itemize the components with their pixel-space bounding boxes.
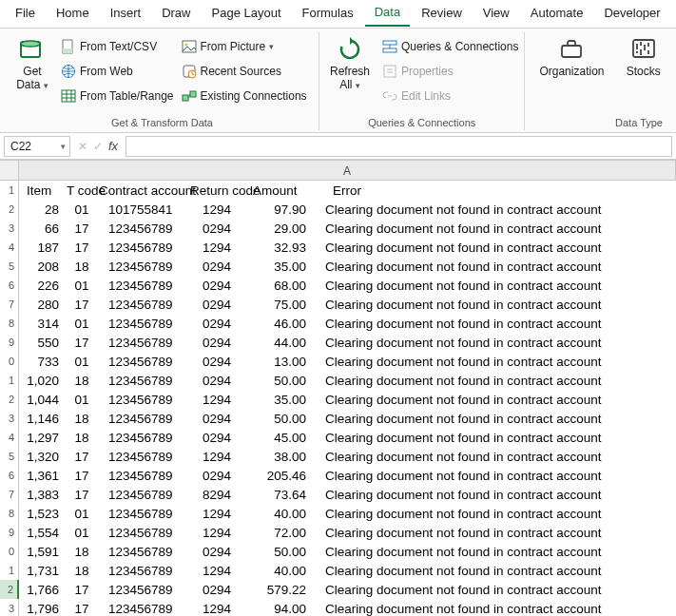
cell-item[interactable]: 280 <box>19 298 65 312</box>
table-row[interactable]: 11,73118123456789129440.00Clearing docum… <box>0 561 676 580</box>
cell-amt[interactable]: 50.00 <box>243 545 312 559</box>
row-number[interactable]: 8 <box>0 504 19 523</box>
cell-ret[interactable]: 8294 <box>190 488 243 502</box>
cell-err[interactable]: Clearing document not found in contract … <box>312 469 676 483</box>
existing-connections-button[interactable]: Existing Connections <box>182 86 307 106</box>
cell-tcode[interactable]: 17 <box>65 450 99 464</box>
cell-tcode[interactable]: 17 <box>65 469 99 483</box>
tab-formulas[interactable]: Formulas <box>293 2 363 26</box>
cell-err[interactable]: Clearing document not found in contract … <box>312 355 676 369</box>
from-web-button[interactable]: From Web <box>61 61 174 82</box>
cell-err[interactable]: Clearing document not found in contract … <box>312 336 676 350</box>
cell-tcode[interactable]: 17 <box>65 336 99 350</box>
table-row[interactable]: 622601123456789029468.00Clearing documen… <box>0 276 676 295</box>
cell-amt[interactable]: 32.93 <box>243 241 312 255</box>
row-number[interactable]: 7 <box>0 485 19 504</box>
cell-ret[interactable]: 1294 <box>190 507 243 521</box>
cell-tcode[interactable]: 18 <box>65 564 99 578</box>
cell-amt[interactable]: 35.00 <box>243 260 312 274</box>
cell-tcode[interactable]: 17 <box>65 583 99 597</box>
cell-ret[interactable]: 0294 <box>190 431 243 445</box>
accept-icon[interactable]: ✓ <box>93 140 103 153</box>
cell-tcode[interactable]: 01 <box>65 317 99 331</box>
cell-ret[interactable]: 0294 <box>190 279 243 293</box>
cell-item[interactable]: 1,044 <box>19 393 65 407</box>
cell-ret[interactable]: 0294 <box>190 260 243 274</box>
row-number[interactable]: 1 <box>0 561 19 580</box>
cell-item[interactable]: 1,383 <box>19 488 65 502</box>
row-number[interactable]: 6 <box>0 276 19 295</box>
tab-view[interactable]: View <box>473 2 519 26</box>
cell-item[interactable]: 1,361 <box>19 469 65 483</box>
row-number[interactable]: 9 <box>0 333 19 352</box>
cell-acct[interactable]: 123456789 <box>99 298 190 312</box>
cell-err[interactable]: Clearing document not found in contract … <box>312 564 676 578</box>
cell-err[interactable]: Clearing document not found in contract … <box>312 260 676 274</box>
cell-acct[interactable]: 123456789 <box>99 488 190 502</box>
table-row[interactable]: 955017123456789029444.00Clearing documen… <box>0 333 676 352</box>
cell-amt[interactable]: 75.00 <box>243 298 312 312</box>
cell-acct[interactable]: 123456789 <box>99 545 190 559</box>
row-number[interactable]: 3 <box>0 219 19 238</box>
formula-input[interactable] <box>126 136 672 157</box>
cell-ret[interactable]: 0294 <box>190 412 243 426</box>
recent-sources-button[interactable]: Recent Sources <box>182 61 307 82</box>
cell-tcode[interactable]: 17 <box>65 602 99 616</box>
cell-amt[interactable]: 35.00 <box>243 393 312 407</box>
cell-acct[interactable]: 123456789 <box>99 221 190 236</box>
cell-amt[interactable]: 72.00 <box>243 526 312 540</box>
row-number[interactable]: 0 <box>0 542 19 561</box>
cell-item[interactable]: 733 <box>19 355 65 369</box>
cell-amt[interactable]: 50.00 <box>243 412 312 426</box>
cell-ret[interactable]: 0294 <box>190 355 243 369</box>
cell-item[interactable]: 1,020 <box>19 374 65 388</box>
table-row[interactable]: 418717123456789129432.93Clearing documen… <box>0 238 676 257</box>
cell-acct[interactable]: 123456789 <box>99 450 190 464</box>
cell-ret[interactable]: 1294 <box>190 393 243 407</box>
cell-amt[interactable]: 29.00 <box>243 221 312 236</box>
cell-err[interactable]: Clearing document not found in contract … <box>312 221 676 236</box>
cell-ret[interactable]: 0294 <box>190 221 243 236</box>
cell-err[interactable]: Clearing document not found in contract … <box>312 545 676 559</box>
cell-acct[interactable]: 123456789 <box>99 374 190 388</box>
cell-ret[interactable]: 0294 <box>190 317 243 331</box>
table-row[interactable]: 831401123456789029446.00Clearing documen… <box>0 314 676 333</box>
cell-err[interactable]: Clearing document not found in contract … <box>312 374 676 388</box>
cell-acct[interactable]: 123456789 <box>99 241 190 255</box>
row-number[interactable]: 2 <box>0 580 19 599</box>
cell-ret[interactable]: 0294 <box>190 583 243 597</box>
cell-amt[interactable]: 13.00 <box>243 355 312 369</box>
cell-amt[interactable]: 205.46 <box>243 469 312 483</box>
cell-item[interactable]: 1,731 <box>19 564 65 578</box>
cell-tcode[interactable]: 17 <box>65 241 99 255</box>
cell-err[interactable]: Clearing document not found in contract … <box>312 583 676 597</box>
cell-acct[interactable]: 123456789 <box>99 583 190 597</box>
cell-amt[interactable]: 50.00 <box>243 374 312 388</box>
row-number[interactable]: 7 <box>0 295 19 314</box>
cell-item[interactable]: 1,766 <box>19 583 65 597</box>
row-number[interactable]: 3 <box>0 599 19 616</box>
cell-err[interactable]: Clearing document not found in contract … <box>312 298 676 312</box>
table-row[interactable]: 21,04401123456789129435.00Clearing docum… <box>0 390 676 409</box>
cell-acct[interactable]: 123456789 <box>99 317 190 331</box>
queries-connections-button[interactable]: Queries & Connections <box>382 36 518 57</box>
cell-amt[interactable]: 68.00 <box>243 279 312 293</box>
cell-err[interactable]: Clearing document not found in contract … <box>312 393 676 407</box>
cell-acct[interactable]: 123456789 <box>99 507 190 521</box>
cancel-icon[interactable]: ✕ <box>78 140 87 153</box>
tab-developer[interactable]: Developer <box>594 2 669 26</box>
cell-ret[interactable]: 0294 <box>190 469 243 483</box>
cell-err[interactable]: Clearing document not found in contract … <box>312 431 676 445</box>
cell-amt[interactable]: 40.00 <box>243 507 312 521</box>
get-data-button[interactable]: GetData ▾ <box>11 32 53 92</box>
cell-ret[interactable]: 1294 <box>190 202 243 217</box>
tab-automate[interactable]: Automate <box>521 2 593 26</box>
tab-file[interactable]: File <box>6 2 45 26</box>
row-number[interactable]: 1 <box>0 181 19 200</box>
cell-amt[interactable]: 97.90 <box>243 202 312 217</box>
cell-item[interactable]: 1,320 <box>19 450 65 464</box>
table-row[interactable]: 51,32017123456789129438.00Clearing docum… <box>0 447 676 466</box>
tab-h[interactable]: H <box>672 2 676 26</box>
row-number[interactable]: 6 <box>0 466 19 485</box>
cell-item[interactable]: 314 <box>19 317 65 331</box>
